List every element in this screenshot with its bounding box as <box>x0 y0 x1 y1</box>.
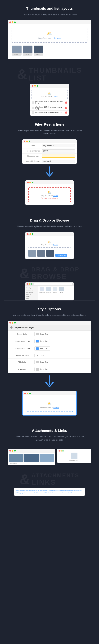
file-icon-1 <box>32 102 34 104</box>
thumbnails-section: Thumbnails and list layouts You can choo… <box>0 0 99 66</box>
links-demo-text: https://example.com/uploads/file-001.jpg… <box>16 490 82 494</box>
e-dot-yellow <box>29 182 31 183</box>
sidebar-item-music[interactable]: Music <box>26 297 37 300</box>
icon-color-btn[interactable]: Select Color <box>34 367 50 372</box>
form-row-filecount: Files count limit <box>22 154 77 159</box>
list-file-3: photoframe-109144-for-balance-s.jpg ✕ <box>30 110 69 114</box>
sidebar-item-pictures[interactable]: Pictures <box>26 293 37 295</box>
thickness-input[interactable] <box>34 354 40 357</box>
attach-download-dots <box>59 450 90 452</box>
style-row-icon-color: Icon Color Select Color <box>8 366 91 373</box>
remove-file-3[interactable]: ✕ <box>65 112 67 114</box>
error-demo-card: ⛅ Drop files here, or Browse File type i… <box>25 180 74 205</box>
drag-drop-zone[interactable]: ⛅ Drop files here, or Browse <box>28 238 71 248</box>
progress-color-btn[interactable]: Select Color <box>34 346 50 351</box>
list-browse-link[interactable]: Browse <box>53 96 58 97</box>
ap-dot-red <box>9 450 11 452</box>
s-dot-red <box>9 322 11 324</box>
style-result-content: ⛅ Drop files here, or Browse <box>23 396 76 415</box>
restrictions-form-card: Name File size limit (bytes) Files count… <box>22 139 77 164</box>
browse-link[interactable]: Browse <box>54 37 61 40</box>
sidebar-item-movies[interactable]: Movies <box>26 295 37 297</box>
file-item-3[interactable]: doc.pdf <box>52 287 58 293</box>
file-browser-bar <box>25 282 74 286</box>
bg-text-row-1: & THUMBNAILS LIST <box>0 66 99 82</box>
ad-dot-green <box>62 450 64 452</box>
file-item-1-name: photo1.jpg <box>39 292 45 293</box>
border-hover-swatch <box>36 340 39 342</box>
sr-dot-green <box>29 393 31 394</box>
style-title: Style Options <box>5 307 94 311</box>
remove-file-2[interactable]: ✕ <box>65 107 67 109</box>
error-cloud-icon: ⛅ <box>48 190 52 194</box>
file-item-3-name: doc.pdf <box>52 292 58 293</box>
bg-word-attachments: ATTACHMENTS <box>31 472 79 478</box>
list-file-2-name: photoframe-103531-software-develop-s.jpg <box>35 106 65 110</box>
attach-left: 3 attachments <box>8 449 55 465</box>
sidebar-item-documents[interactable]: Documents <box>26 289 37 291</box>
bg-dragdrop: & DRAG & DROP BROWSE Desktop Documents D… <box>0 266 99 300</box>
border-hover-btn[interactable]: Select Color <box>34 339 50 344</box>
form-input-filecount[interactable] <box>42 154 75 158</box>
remove-file-1[interactable]: ✕ <box>65 102 67 104</box>
style-arrow-icon <box>45 376 54 388</box>
error-text: File type is not allowed <box>31 197 68 199</box>
style-result-card: ⛅ Drop files here, or Browse <box>22 391 77 416</box>
attach-label-text: 3 attachments <box>9 463 17 464</box>
file-browser-body: Desktop Documents Downloads Pictures Mov… <box>25 286 74 300</box>
sr-dot-red <box>24 393 26 394</box>
sidebar-item-desktop[interactable]: Desktop <box>26 287 37 289</box>
thumbnails-card: ⛅ Drop files here, or Browse photos... t… <box>8 20 91 60</box>
bg-word-links: LINKS <box>31 478 79 486</box>
drag-thumb-2 <box>37 250 45 257</box>
drag-thumb-row: ⬆ UPLOAD FILE <box>27 249 72 258</box>
file-item-1[interactable]: photo1.jpg <box>39 287 45 293</box>
border-color-btn[interactable]: Select Color <box>34 332 50 336</box>
drag-browse-link[interactable]: Browse <box>53 244 58 246</box>
bg-word-drag: DRAG & DROP <box>31 266 80 273</box>
form-input-filesize[interactable] <box>42 150 75 152</box>
list-dot-green <box>37 85 38 86</box>
file-item-2[interactable]: photo2.jpg <box>46 287 51 293</box>
drop-zone[interactable]: ⛅ Drop files here, or Browse <box>11 28 88 43</box>
thumb-3-label: photos... <box>34 53 43 56</box>
icon-color-label: Icon Color <box>10 368 34 370</box>
style-arrow-wrap <box>5 376 94 388</box>
attach-header: Attachments & Links You can receive uplo… <box>3 428 96 449</box>
attach-right: document-2023... <box>57 449 91 465</box>
thickness-inputs: PX <box>34 354 44 357</box>
error-browse-link[interactable]: Browse <box>53 195 58 196</box>
file-browser-sidebar: Desktop Documents Downloads Pictures Mov… <box>25 286 38 300</box>
drag-card-content: ⛅ Drop files here, or Browse ⬆ UPLOAD FI… <box>25 236 74 259</box>
restrictions-dots <box>22 139 77 143</box>
thumb-2: thumbs... <box>23 46 32 56</box>
icon-color-text: Select Color <box>40 368 48 370</box>
title-color-swatch <box>36 361 39 364</box>
bg-amp-2: & <box>19 266 30 280</box>
attach-photo-3 <box>40 454 54 462</box>
progress-color-swatch <box>36 347 39 350</box>
r-dot-green <box>29 140 30 142</box>
r-dot-red <box>24 140 25 142</box>
border-color-label: Border Color <box>10 333 34 335</box>
file-item-4[interactable]: file.zip <box>59 287 64 293</box>
upload-button[interactable]: ⬆ UPLOAD FILE <box>55 254 67 257</box>
style-row-border-color: Border Color Select Color <box>8 330 91 338</box>
form-input-types[interactable] <box>42 160 75 163</box>
file-icon-2 <box>32 107 34 109</box>
list-drop-zone[interactable]: ⛅ Drop files here, or Browse <box>31 90 68 99</box>
form-input-name[interactable] <box>42 144 75 147</box>
bg-word-thumbnails: THUMBNAILS <box>29 66 82 74</box>
style-result-browse[interactable]: Browse <box>53 407 59 408</box>
form-row-filesize: File size limit (bytes) <box>22 148 77 154</box>
border-hover-label: Border Hover Color <box>10 340 34 342</box>
cloud-upload-icon: ⛅ <box>15 31 84 36</box>
sidebar-item-downloads[interactable]: Downloads <box>26 291 37 293</box>
bg-text-row-2: & DRAG & DROP BROWSE <box>0 266 99 280</box>
attach-dots <box>8 449 55 453</box>
title-color-btn[interactable]: Select Color <box>34 360 50 364</box>
attach-desc: You can receive uploaded files as a mail… <box>12 435 87 442</box>
style-result-drop[interactable]: ⛅ Drop files here, or Browse <box>26 399 73 412</box>
attachments-section: Attachments & Links You can receive uplo… <box>0 422 99 472</box>
file-item-1-icon <box>40 287 44 292</box>
